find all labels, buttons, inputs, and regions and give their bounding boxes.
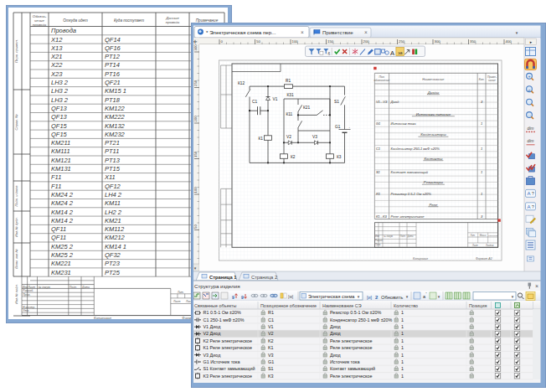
svg-text:Конденсаторы: Конденсаторы xyxy=(420,132,446,137)
svg-text:Диод: Диод xyxy=(390,100,399,104)
svg-text:KM222: KM222 xyxy=(105,113,126,121)
svg-text:S1 Контакт замыкающий: S1 Контакт замыкающий xyxy=(203,366,255,371)
svg-text:.: . xyxy=(349,125,350,129)
svg-text:Справ. №: Справ. № xyxy=(14,114,18,130)
svg-text:Электрическая схема: Электрическая схема xyxy=(308,294,355,299)
svg-text:Утв.: Утв. xyxy=(23,309,29,312)
svg-text:Подп.: Подп. xyxy=(70,286,77,289)
svg-text:✛: ✛ xyxy=(193,39,197,44)
svg-text:QF11: QF11 xyxy=(51,225,66,233)
svg-text:V1: V1 xyxy=(273,97,278,101)
svg-text:QF13: QF13 xyxy=(51,113,68,121)
svg-text:KM21: KM21 xyxy=(105,217,121,224)
svg-text:Подп.: Подп. xyxy=(400,235,406,238)
svg-text:R1: R1 xyxy=(286,79,291,83)
svg-text:Лист: Лист xyxy=(471,244,479,247)
svg-text:К31: К31 xyxy=(287,93,294,97)
svg-text:К3: К3 xyxy=(337,155,342,159)
svg-text:C1: C1 xyxy=(376,147,380,151)
svg-text:Лит.: Лит. xyxy=(469,234,475,237)
svg-text:PT16: PT16 xyxy=(105,70,121,78)
svg-text:G1: G1 xyxy=(268,359,274,364)
svg-text:1: 1 xyxy=(401,324,404,329)
svg-text:PT11: PT11 xyxy=(105,147,119,155)
svg-text:Перв. примен.: Перв. примен. xyxy=(14,39,18,63)
svg-text:Контакты: Контакты xyxy=(424,157,443,161)
svg-text:S1: S1 xyxy=(334,100,339,104)
svg-text:KM15 1: KM15 1 xyxy=(105,87,126,95)
svg-text:G1: G1 xyxy=(335,125,341,129)
svg-text:QF11: QF11 xyxy=(51,234,66,241)
svg-text:A: A xyxy=(527,204,530,209)
svg-text:KM122: KM122 xyxy=(105,105,126,112)
svg-text:R1: R1 xyxy=(268,310,274,315)
svg-text:KM221: KM221 xyxy=(51,260,71,267)
svg-text:KM14 2: KM14 2 xyxy=(51,209,74,216)
svg-text:QF12: QF12 xyxy=(105,183,121,190)
svg-text:Источники питания: Источники питания xyxy=(416,112,451,116)
svg-text:100: 100 xyxy=(292,39,299,44)
svg-text:KM212: KM212 xyxy=(105,234,126,241)
svg-text:KM14 2: KM14 2 xyxy=(51,217,74,224)
svg-text:Примечание: Примечание xyxy=(196,18,219,23)
svg-text:1: 1 xyxy=(401,353,404,358)
svg-text:V2: V2 xyxy=(268,331,274,336)
svg-text:Пров.: Пров. xyxy=(375,243,381,246)
svg-text:К11: К11 xyxy=(286,112,293,116)
svg-text:Количество: Количество xyxy=(394,303,418,308)
svg-text:Куда поступает: Куда поступает xyxy=(114,18,144,23)
svg-text:V1: V1 xyxy=(268,324,274,329)
svg-text:K2: K2 xyxy=(268,338,274,343)
svg-text:Конденсатор 250-1 мкФ ±20%: Конденсатор 250-1 мкФ ±20% xyxy=(330,317,393,322)
svg-text:C1: C1 xyxy=(268,317,274,322)
svg-text:R1 0.5-1 Ом ±20%: R1 0.5-1 Ом ±20% xyxy=(203,310,242,315)
svg-text:1: 1 xyxy=(481,121,482,126)
svg-text:KM231: KM231 xyxy=(51,269,71,276)
svg-text:F11: F11 xyxy=(51,183,61,190)
svg-text:×: × xyxy=(364,29,368,35)
svg-text:dim: dim xyxy=(527,126,533,131)
svg-text:Подп. и дата: Подп. и дата xyxy=(14,185,18,207)
svg-text:QF16: QF16 xyxy=(105,44,121,52)
svg-text:dim: dim xyxy=(527,138,533,143)
svg-text:Реле электрическое: Реле электрическое xyxy=(330,338,372,343)
svg-text:1: 1 xyxy=(401,310,404,315)
svg-text:C1 250-1 мкФ ±20%: C1 250-1 мкФ ±20% xyxy=(203,317,245,322)
svg-text:Провода: Провода xyxy=(51,27,76,34)
svg-text:X23: X23 xyxy=(50,70,63,78)
svg-text:Реле электрическое: Реле электрическое xyxy=(391,214,425,219)
svg-text:№ докум.: № докум. xyxy=(39,286,51,289)
svg-text:[и]: [и] xyxy=(367,295,373,300)
svg-text:Страница 1: Страница 1 xyxy=(209,275,237,280)
svg-text:К2: К2 xyxy=(291,155,296,159)
svg-text:QF13: QF13 xyxy=(51,105,68,112)
svg-text:G1: G1 xyxy=(376,121,380,126)
svg-text:V3: V3 xyxy=(312,135,317,139)
svg-text:№ докум.: № докум. xyxy=(384,235,394,238)
svg-text:A: A xyxy=(527,191,530,196)
svg-text:Позиционное обозначение: Позиционное обозначение xyxy=(260,303,317,308)
svg-text:150: 150 xyxy=(193,151,198,157)
svg-text:1: 1 xyxy=(401,338,404,343)
svg-text:Инв.№ подл.: Инв.№ подл. xyxy=(14,284,18,304)
svg-text:LH4 2: LH4 2 xyxy=(105,191,122,199)
svg-text:KM25 2: KM25 2 xyxy=(51,243,74,250)
svg-text:KM111: KM111 xyxy=(51,147,70,155)
svg-text:Связанные объекты: Связанные объекты xyxy=(194,303,237,308)
svg-text:Дата: Дата xyxy=(81,286,90,289)
svg-text:Резистор 0.5-1 Ом ±20%: Резистор 0.5-1 Ом ±20% xyxy=(391,192,432,196)
svg-text:QF14: QF14 xyxy=(105,36,121,44)
svg-text:PT25: PT25 xyxy=(105,269,121,276)
svg-text:Дата: Дата xyxy=(407,235,414,238)
svg-text:V1...V3: V1...V3 xyxy=(376,100,388,104)
svg-text:Копировал: Копировал xyxy=(413,257,428,260)
svg-text:?: ? xyxy=(532,204,534,209)
svg-text:чание: чание xyxy=(488,79,496,82)
svg-text:V2: V2 xyxy=(286,135,291,139)
svg-text:Реле: Реле xyxy=(429,203,437,207)
svg-text:Реле электрическое: Реле электрическое xyxy=(330,345,372,350)
svg-text:Резистор 0.5-1 Ом ±20%: Резистор 0.5-1 Ом ±20% xyxy=(330,310,381,315)
svg-text:провода: провода xyxy=(33,23,47,27)
svg-text:X11: X11 xyxy=(104,173,116,181)
svg-text:A: A xyxy=(390,49,394,57)
